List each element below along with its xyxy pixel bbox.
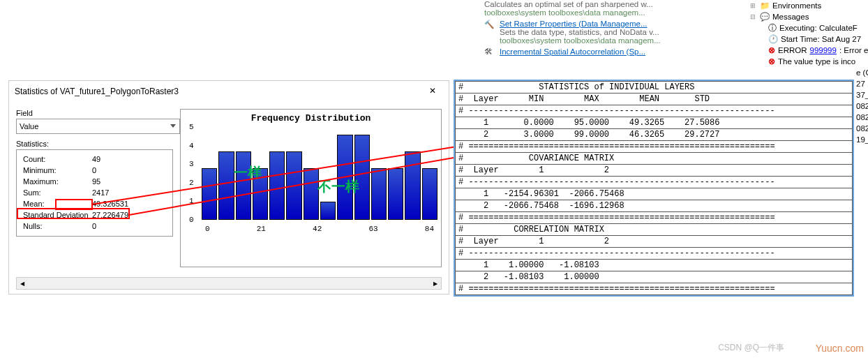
statistics-report: # STATISTICS of INDIVIDUAL LAYERS # Laye… xyxy=(454,80,854,297)
horizontal-scrollbar[interactable]: ◀ ▶ xyxy=(16,277,442,290)
y-axis: 012345 xyxy=(189,127,194,220)
messages-icon: 💬 xyxy=(760,12,770,22)
msg-line: 37_08 xyxy=(856,91,868,99)
msg-line: 0827 xyxy=(856,102,868,110)
statistics-window: Statistics of VAT_future1_PolygonToRaste… xyxy=(8,80,449,294)
info-icon: ⓘ xyxy=(768,23,777,33)
close-button[interactable]: ✕ xyxy=(422,84,443,98)
search-link[interactable]: Set Raster Properties (Data Manageme... xyxy=(500,20,648,28)
search-link[interactable]: Incremental Spatial Autocorrelation (Sp.… xyxy=(500,47,645,56)
statistics-label: Statistics: xyxy=(16,140,173,148)
x-axis: 021426384 xyxy=(202,225,437,233)
folder-icon: 📁 xyxy=(760,1,770,10)
watermark: Yuucn.com xyxy=(816,343,864,354)
bar xyxy=(218,151,234,220)
error-link[interactable]: 999999 xyxy=(810,46,837,54)
bar xyxy=(320,202,336,220)
scroll-left-icon[interactable]: ◀ xyxy=(17,278,28,288)
clock-icon: 🕐 xyxy=(768,34,778,44)
msg-line: 19_08 xyxy=(856,135,868,144)
search-desc: Calculates an optimal set of pan sharpen… xyxy=(484,0,749,8)
tree-msg[interactable]: Messages xyxy=(772,13,809,21)
tree-env[interactable]: Environments xyxy=(772,1,821,10)
field-select[interactable]: Value xyxy=(16,119,180,134)
msg-line: The value type is inco xyxy=(778,57,855,66)
search-path: toolboxes\system toolboxes\data managem.… xyxy=(484,8,749,17)
chart-title: Frequency Distribution xyxy=(184,113,437,124)
scroll-right-icon[interactable]: ▶ xyxy=(430,278,441,288)
bar xyxy=(202,168,217,220)
statistics-box: Count:49 Minimum:0 Maximum:95 Sum:2417 M… xyxy=(16,149,173,237)
bar xyxy=(286,151,301,220)
chart-bars xyxy=(202,136,437,220)
bar xyxy=(253,168,268,220)
tool-icon: 🛠 xyxy=(484,47,495,56)
titlebar: Statistics of VAT_future1_PolygonToRaste… xyxy=(9,81,449,102)
hammer-icon: 🔨 xyxy=(484,20,495,45)
msg-line: 27 1 xyxy=(856,80,868,88)
bar xyxy=(405,151,420,220)
error-icon: ⊗ xyxy=(768,45,775,55)
search-desc: Sets the data type, statistics, and NoDa… xyxy=(500,28,749,36)
bar xyxy=(269,151,285,220)
bar xyxy=(304,168,319,220)
error-icon: ⊗ xyxy=(768,57,775,66)
msg-line: Executing: CalculateF xyxy=(779,24,858,32)
field-label: Field xyxy=(16,109,173,117)
bar xyxy=(337,135,352,220)
bar xyxy=(371,168,387,220)
search-path: toolboxes\system toolboxes\data managem.… xyxy=(500,36,749,45)
msg-line: 0827 xyxy=(856,113,868,121)
csdn-watermark: CSDN @Q一件事 xyxy=(718,342,784,354)
msg-line: e (Cal xyxy=(856,68,868,77)
msg-line: Start Time: Sat Aug 27 xyxy=(781,35,861,43)
search-results: Calculates an optimal set of pan sharpen… xyxy=(484,0,749,59)
window-title: Statistics of VAT_future1_PolygonToRaste… xyxy=(15,87,179,96)
chart-panel: Frequency Distribution 012345 021426384 xyxy=(180,109,442,267)
bar xyxy=(236,151,251,220)
msg-line: 0827 xyxy=(856,124,868,133)
msg-line: ERROR xyxy=(778,46,807,54)
bar xyxy=(388,168,403,220)
bar xyxy=(422,168,437,220)
bar xyxy=(354,135,370,220)
